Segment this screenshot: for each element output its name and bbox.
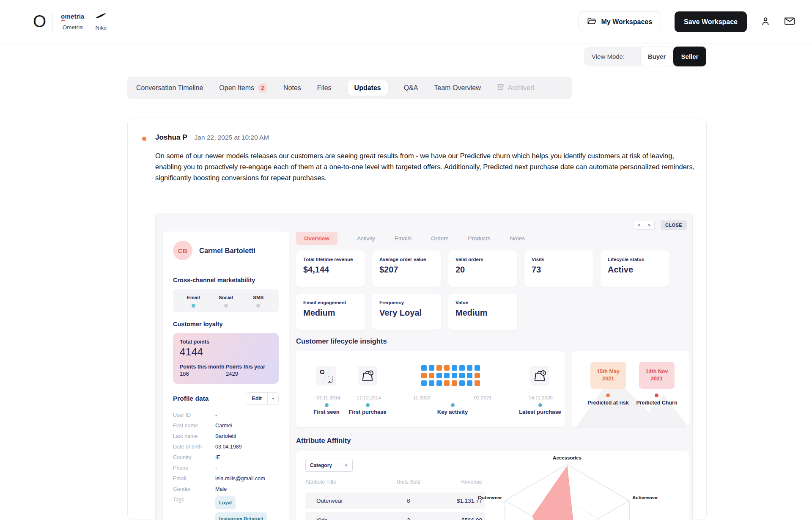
post-body-text: On some of our newer models releases our… <box>155 150 695 183</box>
main-tabbar: Conversation Timeline Open Items 2 Notes… <box>127 77 572 99</box>
widget-tab-overview[interactable]: Overview <box>296 232 337 245</box>
activity-cell-blue <box>444 373 450 378</box>
activity-cell-blue <box>467 373 472 378</box>
date-key-activity-start: 11.2020 <box>413 395 431 400</box>
timeline-dot-latest-purchase <box>538 403 542 407</box>
table-row: Outerwear 8 $1,131.77 <box>305 492 485 509</box>
email-status-dot <box>192 304 195 308</box>
edit-dropdown-caret[interactable]: ▾ <box>268 392 279 405</box>
channel-marketability: Email Social SMS <box>173 289 279 312</box>
mail-icon <box>784 17 795 27</box>
tab-conversation-timeline[interactable]: Conversation Timeline <box>136 84 203 92</box>
milestone-first-purchase: First purchase <box>348 409 387 415</box>
widget-tabs: Overview Activity Emails Orders Products… <box>296 232 525 245</box>
activity-cell-orange <box>475 373 480 378</box>
tab-qa[interactable]: Q&A <box>404 84 418 92</box>
activity-cell-blue <box>429 365 434 371</box>
stat-value: ValueMedium <box>448 294 517 330</box>
activity-cell-blue <box>467 365 472 371</box>
stat-frequency: FrequencyVery Loyal <box>372 294 441 330</box>
field-last-name: Last nameBartoletti <box>173 433 279 440</box>
activity-cell-blue <box>421 380 427 386</box>
ometria-label: Ometria <box>63 24 83 30</box>
app-header: O ometria Ometria Nike My Workspaces Sav… <box>0 0 812 44</box>
first-seen-icon: G <box>316 366 336 385</box>
my-workspaces-button[interactable]: My Workspaces <box>579 11 661 32</box>
nike-label: Nike <box>95 25 107 31</box>
date-latest-purchase: 14.11.2020 <box>529 395 553 400</box>
widget-tab-emails[interactable]: Emails <box>395 235 412 242</box>
activity-cell-orange <box>452 380 457 386</box>
profile-panel: CB Carmel Bartoletti Cross-channel marke… <box>163 231 289 520</box>
milestone-latest-purchase: Latest purchase <box>519 409 561 415</box>
at-risk-dot <box>606 393 610 397</box>
view-mode-seller[interactable]: Seller <box>673 47 706 66</box>
view-mode-label: View Mode: <box>592 53 625 60</box>
widget-tab-activity[interactable]: Activity <box>357 235 375 242</box>
widget-tab-orders[interactable]: Orders <box>431 235 448 242</box>
channel-email: Email <box>177 295 210 308</box>
churn-dot <box>655 393 658 397</box>
first-purchase-icon: 1 <box>358 366 377 385</box>
field-email: Emaillela.mills@gmail.com <box>173 475 279 482</box>
post-bullet-dot <box>142 137 146 141</box>
activity-cell-blue <box>452 373 457 378</box>
user-profile-button[interactable] <box>760 16 771 28</box>
edit-button[interactable]: Edit <box>246 392 268 405</box>
field-country: CountryIE <box>173 454 279 461</box>
person-icon <box>760 16 771 28</box>
latest-purchase-icon <box>530 366 549 385</box>
stat-visits: Visits73 <box>524 250 593 287</box>
field-gender: GenderMale <box>173 486 279 492</box>
widget-tab-products[interactable]: Products <box>468 235 491 242</box>
avatar: CB <box>173 241 192 260</box>
stat-lifetime-revenue: Total lifetime revenue$4,144 <box>296 250 365 287</box>
widget-tab-notes[interactable]: Notes <box>510 235 525 242</box>
tab-notes[interactable]: Notes <box>283 84 301 92</box>
activity-cell-blue <box>421 365 427 371</box>
tags-list: Loyal Instagram Retarget Google Event se… <box>215 496 279 520</box>
channel-sms: SMS <box>242 295 274 308</box>
view-mode-buyer[interactable]: Buyer <box>640 47 673 66</box>
post-author: Joshua P <box>155 133 187 142</box>
profile-data-title: Profile data <box>173 395 208 402</box>
brand-ometria[interactable]: ometria Ometria <box>61 13 85 30</box>
radar-label-accessories: Accessories <box>553 455 582 460</box>
category-select[interactable]: Category ▼ <box>305 459 353 472</box>
nike-swoosh-icon <box>94 13 108 20</box>
tab-open-items[interactable]: Open Items 2 <box>219 83 267 93</box>
chevron-down-icon: ▼ <box>344 463 348 468</box>
attribute-affinity-card: Category ▼ Attribute Title Units Sold Re… <box>296 451 689 520</box>
brand-nike[interactable]: Nike <box>94 13 108 31</box>
profile-identity: CB Carmel Bartoletti <box>173 241 279 260</box>
activity-cell-orange <box>475 380 480 386</box>
predicted-churn-date: 14th Nov 2021 <box>639 362 675 389</box>
attribute-affinity-title: Attribute Affinity <box>296 437 351 445</box>
total-points-label: Total points <box>180 339 272 345</box>
milestone-key-activity: Key activity <box>437 409 468 415</box>
social-status-dot <box>224 304 228 308</box>
stat-valid-orders: Valid orders20 <box>448 250 517 287</box>
tab-archived[interactable]: Archived <box>497 83 534 92</box>
customer-name: Carmel Bartoletti <box>199 247 255 255</box>
tab-files[interactable]: Files <box>317 84 332 92</box>
view-mode-toggle: View Mode: Buyer Seller <box>584 47 706 66</box>
predicted-churn-label: Predicted Churn <box>625 400 689 406</box>
sms-status-dot <box>256 304 260 308</box>
field-phone: Phone- <box>173 465 279 471</box>
field-user-id: User ID- <box>173 412 279 418</box>
phone-icon <box>328 376 332 383</box>
save-workspace-button[interactable]: Save Workspace <box>675 11 747 32</box>
channel-social: Social <box>210 295 242 308</box>
customer-profile-widget: < > CLOSE CB Carmel Bartoletti Cross-cha… <box>155 213 693 520</box>
tab-updates[interactable]: Updates <box>348 80 388 96</box>
svg-text:1: 1 <box>370 371 372 375</box>
churn-prediction-card: 15th May 2021 14th Nov 2021 Predicted at… <box>572 351 689 427</box>
messages-button[interactable] <box>784 17 795 27</box>
tag-chip: Loyal <box>215 496 236 509</box>
activity-cell-blue <box>452 365 457 371</box>
timeline-dot-key-activity <box>451 403 455 407</box>
lifecycle-timeline-card: G 1 07.11.2014 17.12.2014 11.2020 02.202… <box>296 351 565 427</box>
tab-team-overview[interactable]: Team Overview <box>434 84 481 92</box>
stat-email-engagement: Email engagementMedium <box>296 294 365 330</box>
